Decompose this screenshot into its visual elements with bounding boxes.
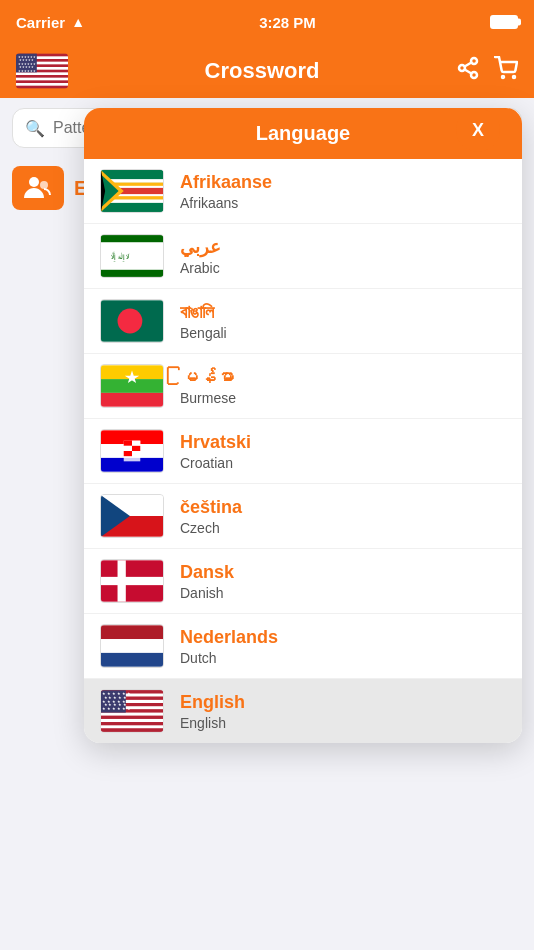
header-icons [456, 56, 518, 86]
flag-bn [100, 299, 164, 343]
lang-name-nl: Nederlands [180, 627, 278, 648]
svg-rect-68 [101, 577, 163, 585]
svg-rect-82 [101, 719, 163, 722]
svg-rect-57 [124, 441, 132, 446]
svg-point-21 [40, 181, 48, 189]
lang-text-bn: বাঙালি Bengali [180, 302, 227, 341]
svg-point-20 [29, 177, 39, 187]
flag-nl [100, 624, 164, 668]
user-group-icon [12, 166, 64, 210]
search-icon: 🔍 [25, 119, 45, 138]
svg-rect-69 [101, 625, 163, 639]
status-bar-right [490, 15, 518, 29]
lang-text-af: Afrikaanse Afrikaans [180, 172, 272, 211]
lang-sub-cs: Czech [180, 520, 242, 536]
status-bar-left: Carrier ▲ [16, 14, 85, 31]
flag-ar: لَا إِلٰهَ إِلَّا [100, 234, 164, 278]
svg-rect-62 [132, 451, 140, 456]
svg-rect-51 [101, 393, 163, 407]
lang-sub-hr: Croatian [180, 455, 251, 471]
lang-name-ar: عربي [180, 236, 221, 258]
lang-text-nl: Nederlands Dutch [180, 627, 278, 666]
svg-text:★ ★ ★ ★ ★ ★: ★ ★ ★ ★ ★ ★ [102, 707, 131, 711]
close-icon: X [472, 120, 484, 141]
language-item-en[interactable]: ★ ★ ★ ★ ★ ★ ★ ★ ★ ★ ★ ★ ★ ★ ★ ★ ★ ★ ★ ★ … [84, 679, 522, 743]
language-item-hr[interactable]: Hrvatski Croatian [84, 419, 522, 484]
lang-text-en: English English [180, 692, 245, 731]
flag-hr [100, 429, 164, 473]
svg-text:★★★★★★: ★★★★★★ [18, 69, 36, 73]
svg-rect-70 [101, 639, 163, 653]
status-bar-time: 3:28 PM [259, 14, 316, 31]
lang-name-hr: Hrvatski [180, 432, 251, 453]
svg-point-19 [513, 76, 515, 78]
language-item-bn[interactable]: বাঙালি Bengali [84, 289, 522, 354]
svg-point-48 [118, 309, 143, 334]
svg-rect-58 [132, 441, 140, 446]
flag-cs [100, 494, 164, 538]
lang-text-ar: عربي Arabic [180, 236, 221, 276]
lang-name-en: English [180, 692, 245, 713]
svg-rect-60 [132, 446, 140, 451]
header: ★★★★★★ ★★★★★ ★★★★★★ ★★★★★ ★★★★★★ Crosswo… [0, 44, 534, 98]
cart-icon[interactable] [494, 56, 518, 86]
lang-sub-ar: Arabic [180, 260, 221, 276]
svg-rect-50 [101, 379, 163, 393]
lang-sub-my: Burmese [180, 390, 236, 406]
lang-name-my: မြန်မာ [180, 367, 236, 388]
flag-af [100, 169, 164, 213]
lang-sub-nl: Dutch [180, 650, 278, 666]
svg-rect-80 [101, 713, 163, 716]
header-flag[interactable]: ★★★★★★ ★★★★★ ★★★★★★ ★★★★★ ★★★★★★ [16, 53, 68, 89]
modal-title: Language [256, 122, 350, 144]
language-modal: Language [84, 108, 522, 743]
header-title: Crossword [68, 58, 456, 84]
carrier-label: Carrier [16, 14, 65, 31]
language-item-af[interactable]: Afrikaanse Afrikaans [84, 159, 522, 224]
flag-da [100, 559, 164, 603]
lang-sub-bn: Bengali [180, 325, 227, 341]
flag-my [100, 364, 164, 408]
svg-rect-6 [16, 83, 68, 86]
lang-sub-da: Danish [180, 585, 234, 601]
svg-rect-5 [16, 78, 68, 81]
svg-rect-61 [124, 451, 132, 456]
close-button[interactable]: X [456, 108, 500, 152]
language-item-ar[interactable]: لَا إِلٰهَ إِلَّا عربي Arabic [84, 224, 522, 289]
battery-icon [490, 15, 518, 29]
svg-line-17 [465, 63, 472, 67]
lang-text-cs: čeština Czech [180, 497, 242, 536]
language-list: Afrikaanse Afrikaans لَا إِلٰهَ إِلَّا ع… [84, 159, 522, 743]
svg-rect-84 [101, 725, 163, 728]
svg-rect-46 [101, 270, 163, 276]
flag-en: ★ ★ ★ ★ ★ ★ ★ ★ ★ ★ ★ ★ ★ ★ ★ ★ ★ ★ ★ ★ … [100, 689, 164, 733]
wifi-icon: ▲ [71, 14, 85, 30]
svg-rect-33 [101, 203, 163, 212]
language-item-my[interactable]: မြန်မာ Burmese [84, 354, 522, 419]
lang-name-bn: বাঙালি [180, 302, 227, 323]
lang-sub-en: English [180, 715, 245, 731]
lang-text-hr: Hrvatski Croatian [180, 432, 251, 471]
svg-rect-83 [101, 722, 163, 725]
svg-rect-45 [101, 235, 163, 241]
lang-name-da: Dansk [180, 562, 234, 583]
svg-rect-85 [101, 728, 163, 731]
svg-rect-59 [124, 446, 132, 451]
svg-rect-71 [101, 653, 163, 667]
share-icon[interactable] [456, 56, 480, 86]
language-item-nl[interactable]: Nederlands Dutch [84, 614, 522, 679]
language-item-cs[interactable]: čeština Czech [84, 484, 522, 549]
lang-text-da: Dansk Danish [180, 562, 234, 601]
lang-text-my: မြန်မာ Burmese [180, 367, 236, 406]
lang-name-af: Afrikaanse [180, 172, 272, 193]
svg-point-18 [502, 76, 504, 78]
status-bar: Carrier ▲ 3:28 PM [0, 0, 534, 44]
svg-rect-43 [101, 242, 163, 270]
svg-rect-32 [101, 170, 163, 179]
lang-sub-af: Afrikaans [180, 195, 272, 211]
svg-line-16 [465, 70, 472, 74]
lang-name-cs: čeština [180, 497, 242, 518]
language-item-da[interactable]: Dansk Danish [84, 549, 522, 614]
svg-rect-81 [101, 716, 163, 719]
